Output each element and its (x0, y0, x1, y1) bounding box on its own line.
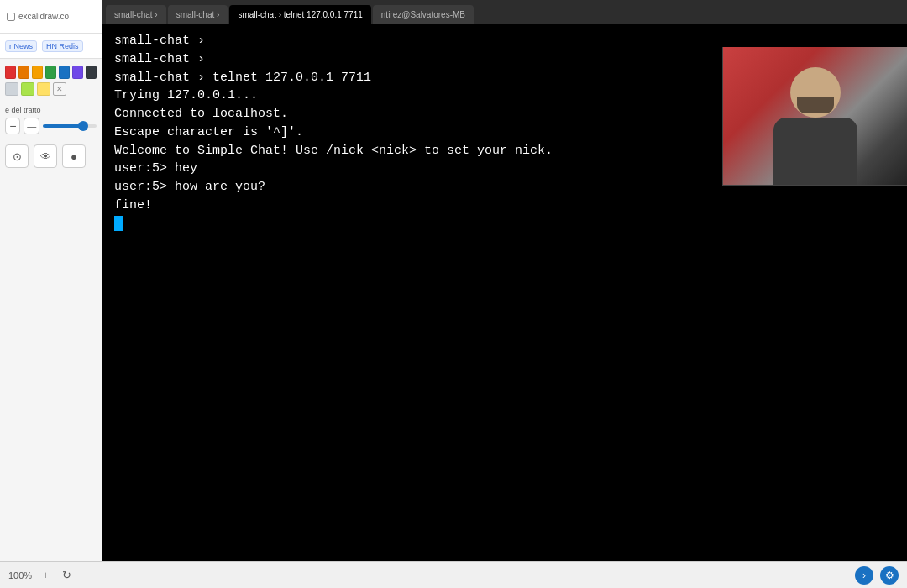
person-beard (797, 97, 834, 113)
color-light-yellow[interactable] (37, 82, 50, 96)
tool-eye[interactable]: 👁 (34, 144, 57, 168)
slider-thumb (78, 121, 88, 131)
tool-dot[interactable]: ● (62, 144, 86, 168)
sidebar-tools: ⊙ 👁 ● (0, 138, 102, 175)
bookmark-news[interactable]: r News (5, 40, 37, 52)
person-head (790, 67, 841, 118)
video-overlay (722, 47, 907, 186)
zoom-plus-btn[interactable]: + (39, 567, 52, 583)
color-red[interactable] (5, 66, 16, 79)
color-palette: ✕ (0, 59, 102, 102)
term-cursor-line (114, 215, 895, 234)
action-icon[interactable]: › (855, 566, 873, 585)
tab-2[interactable]: small-chat › (168, 5, 228, 24)
person-silhouette (773, 67, 857, 185)
tab-3-active[interactable]: small-chat › telnet 127.0.0.1 7711 (229, 5, 370, 24)
tool-circle[interactable]: ⊙ (5, 144, 29, 168)
tab-1[interactable]: small-chat › (106, 5, 166, 24)
color-dark[interactable] (86, 66, 97, 79)
stroke-increase-btn[interactable]: — (24, 118, 39, 134)
cursor (114, 216, 123, 231)
tab-4[interactable]: ntirez@Salvatores-MB (373, 5, 474, 24)
delete-color-btn[interactable]: ✕ (53, 82, 66, 96)
sidebar: excalidraw.co r News HN Redis ✕ e del tr… (0, 0, 102, 588)
color-row-1 (5, 66, 97, 79)
sidebar-url: excalidraw.co (18, 12, 69, 21)
color-light-gray[interactable] (5, 82, 18, 96)
tab-bar: small-chat › small-chat › small-chat › t… (102, 0, 907, 24)
stroke-decrease-btn[interactable]: − (5, 118, 20, 134)
person-body (773, 118, 857, 185)
color-row-2: ✕ (5, 82, 97, 96)
sidebar-top-bar: excalidraw.co (0, 0, 102, 34)
color-orange[interactable] (18, 66, 29, 79)
terminal[interactable]: small-chat › small-chat › small-chat › t… (102, 24, 907, 588)
color-light-green[interactable] (21, 82, 34, 96)
stroke-label: e del tratto (0, 102, 102, 114)
bottom-right-actions: › ⚙ (855, 566, 899, 585)
bottom-bar: 100% + ↻ › ⚙ (0, 561, 907, 588)
color-yellow[interactable] (32, 66, 43, 79)
terminal-wrapper: small-chat › small-chat › small-chat › t… (102, 0, 907, 588)
color-green[interactable] (45, 66, 56, 79)
color-violet[interactable] (72, 66, 83, 79)
zoom-level: 100% (8, 570, 32, 580)
settings-icon[interactable]: ⚙ (880, 566, 899, 585)
term-line-10: fine! (114, 197, 895, 215)
lock-icon (7, 13, 15, 21)
bookmark-hn-redis[interactable]: HN Redis (42, 40, 83, 52)
stroke-slider[interactable] (43, 124, 97, 128)
color-blue[interactable] (59, 66, 70, 79)
video-background (723, 47, 907, 185)
undo-btn[interactable]: ↻ (59, 567, 75, 583)
sidebar-bookmarks: r News HN Redis (0, 34, 102, 59)
stroke-slider-container: − — (0, 114, 102, 138)
